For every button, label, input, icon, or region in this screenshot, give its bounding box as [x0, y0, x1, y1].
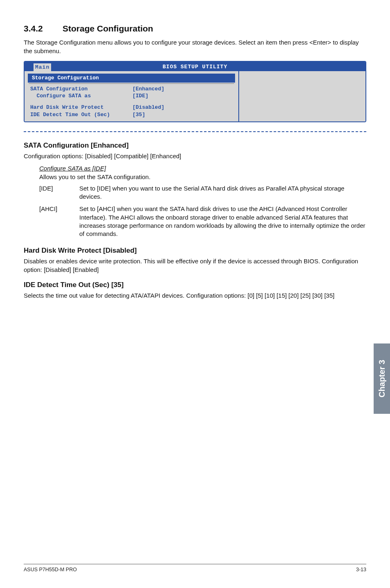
section-intro: The Storage Configuration menu allows yo… — [24, 38, 366, 55]
chapter-side-tab: Chapter 3 — [374, 343, 390, 414]
section-title: Storage Configuration — [63, 24, 153, 33]
ide-detect-text: Selects the time out value for detecting… — [24, 292, 366, 300]
bios-panel: BIOS SETUP UTILITY Main Storage Configur… — [24, 61, 366, 122]
bios-row-label: IDE Detect Time Out (Sec) — [30, 111, 132, 119]
bios-tab-main[interactable]: Main — [34, 63, 51, 72]
bios-row-ide-detect-timeout[interactable]: IDE Detect Time Out (Sec) [35] — [26, 111, 237, 119]
option-text: Set to [IDE] when you want to use the Se… — [79, 184, 366, 201]
ide-detect-heading: IDE Detect Time Out (Sec) [35] — [24, 281, 366, 290]
option-row-ide: [IDE] Set to [IDE] when you want to use … — [39, 184, 366, 201]
sata-config-text: Configuration options: [Disabled] [Compa… — [24, 152, 366, 160]
footer-left: ASUS P7H55D-M PRO — [24, 566, 77, 573]
option-row-ahci: [AHCI] Set to [AHCI] when you want the S… — [39, 205, 366, 238]
bios-row-label: SATA Configuration — [30, 85, 132, 93]
section-number: 3.4.2 — [24, 23, 63, 34]
configure-sata-as-heading: Configure SATA as [IDE] — [39, 164, 366, 173]
bios-row-hd-write-protect[interactable]: Hard Disk Write Protect [Disabled] — [26, 104, 237, 111]
page-footer: ASUS P7H55D-M PRO 3-13 — [24, 564, 366, 573]
option-text: Set to [AHCI] when you want the SATA har… — [79, 205, 366, 238]
bios-row-configure-sata-as[interactable]: Configure SATA as [IDE] — [26, 92, 237, 100]
bios-row-sata-config[interactable]: SATA Configuration [Enhanced] — [26, 85, 237, 93]
configure-sata-as-text: Allows you to set the SATA configuration… — [39, 173, 366, 181]
bios-utility-title: BIOS SETUP UTILITY — [163, 64, 227, 70]
hd-write-text: Disables or enables device write protect… — [24, 257, 366, 274]
bios-row-label: Configure SATA as — [30, 92, 132, 100]
hd-write-heading: Hard Disk Write Protect [Disabled] — [24, 246, 366, 256]
bios-right-pane — [239, 71, 365, 121]
sata-config-heading: SATA Configuration [Enhanced] — [24, 141, 366, 150]
bios-panel-title: Storage Configuration — [28, 74, 235, 83]
bios-row-value: [Enhanced] — [132, 85, 233, 93]
bios-row-label: Hard Disk Write Protect — [30, 104, 132, 111]
option-label: [AHCI] — [39, 205, 79, 238]
bios-row-value: [35] — [132, 111, 233, 119]
bios-body: Storage Configuration SATA Configuration… — [25, 71, 365, 121]
bios-row-value: [IDE] — [132, 92, 233, 100]
bios-header: BIOS SETUP UTILITY Main — [25, 62, 365, 72]
footer-right: 3-13 — [356, 566, 366, 573]
bios-divider — [29, 83, 234, 84]
bios-left-pane: Storage Configuration SATA Configuration… — [25, 71, 239, 121]
section-heading: 3.4.2Storage Configuration — [24, 23, 366, 34]
option-label: [IDE] — [39, 184, 79, 201]
bios-row-value: [Disabled] — [132, 104, 233, 111]
